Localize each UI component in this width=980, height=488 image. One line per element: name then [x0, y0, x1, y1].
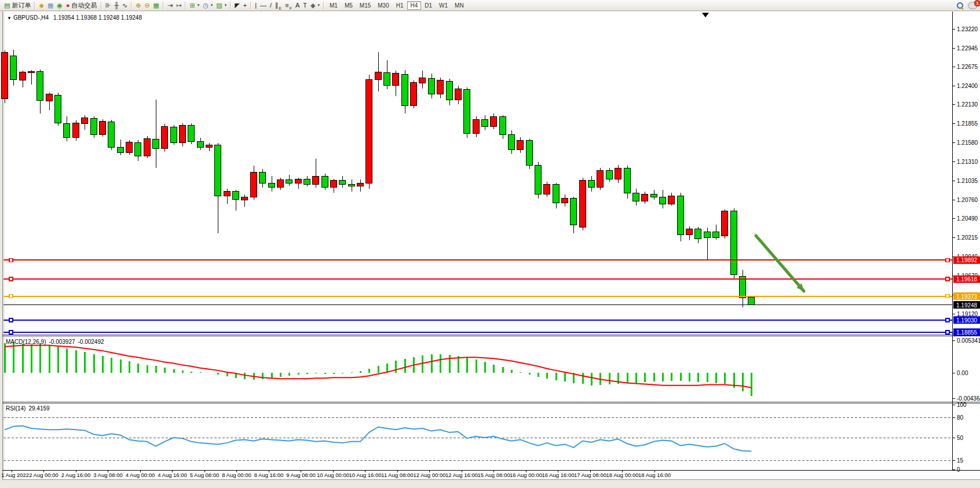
svg-text:1.18855: 1.18855 — [956, 329, 978, 336]
svg-text:8 Aug 00:00: 8 Aug 00:00 — [222, 472, 251, 478]
periods-button[interactable]: ◷▾ — [201, 1, 214, 10]
svg-text:2 Aug 00:00: 2 Aug 00:00 — [29, 472, 58, 478]
svg-text:17 Aug 08:00: 17 Aug 08:00 — [574, 472, 606, 478]
timeframe-m1-button[interactable]: M1 — [326, 1, 341, 10]
svg-text:1.21580: 1.21580 — [957, 140, 978, 146]
svg-text:2 Aug 16:00: 2 Aug 16:00 — [61, 472, 91, 478]
candlestick-chart-button[interactable]: ╫ — [112, 1, 120, 10]
horizontal-line-button[interactable]: — — [258, 1, 268, 10]
periods-icon: ◷ — [203, 1, 209, 10]
vertical-line-icon: | — [255, 1, 257, 10]
zoom-in-icon: ⊕ — [136, 1, 141, 10]
timeframe-d1-button[interactable]: D1 — [421, 1, 436, 10]
signals-button[interactable]: ◉ — [55, 1, 64, 10]
toolbar-separator — [34, 2, 35, 9]
tile-windows-button[interactable]: ▦ — [152, 1, 161, 10]
line-chart-button[interactable]: ∿ — [120, 1, 129, 10]
svg-text:1.22675: 1.22675 — [957, 64, 978, 70]
toolbar-separator — [131, 2, 132, 9]
svg-text:10 Aug 00:00: 10 Aug 00:00 — [317, 472, 349, 478]
svg-text:16 Aug 00:00: 16 Aug 00:00 — [510, 472, 542, 478]
svg-text:50: 50 — [957, 435, 964, 441]
svg-text:15: 15 — [957, 457, 964, 464]
timeframe-h1-button[interactable]: H1 — [393, 1, 407, 10]
auto-scroll-icon: ⇥ — [167, 1, 173, 10]
navigator-button[interactable]: ▦ — [46, 1, 55, 10]
fibonacci-icon: ≡ — [285, 1, 288, 10]
price-label-1.19248: 1.19248 — [953, 301, 980, 309]
svg-text:1.19618: 1.19618 — [956, 276, 978, 282]
autotrading-button[interactable]: ●自动交易 — [64, 1, 99, 10]
equidistant-channel-icon: ∥ — [275, 1, 279, 10]
timeframe-h4-button[interactable]: H4 — [407, 1, 422, 10]
svg-text:16 Aug 16:00: 16 Aug 16:00 — [542, 472, 575, 478]
bar-chart-button[interactable]: ⊪ — [104, 1, 113, 10]
svg-text:1.22130: 1.22130 — [957, 101, 978, 108]
price-label-1.19892: 1.19892 — [953, 256, 980, 264]
autotrading-icon: ● — [66, 1, 70, 10]
indicators-button[interactable]: ⊞▾ — [188, 1, 201, 10]
bar-chart-icon: ⊪ — [105, 1, 111, 10]
toolbar-separator — [250, 2, 251, 9]
mt4-window: ▤新订单◆▦◉●自动交易⊪╫∿⊕⊖▦⇥↦⊞▾◷▾▨▾◤+|—/∥E≡FAT◆▾M… — [0, 0, 980, 488]
chat-icon[interactable]: 1 — [968, 2, 978, 9]
svg-text:5 Aug 08:00: 5 Aug 08:00 — [190, 472, 220, 478]
timeframe-m5-button[interactable]: M5 — [341, 1, 356, 10]
zoom-out-icon: ⊖ — [144, 1, 149, 10]
autotrading-button-label: 自动交易 — [72, 1, 97, 10]
candlestick-chart-icon: ╫ — [114, 1, 119, 10]
timeframe-m15-button[interactable]: M15 — [356, 1, 374, 10]
templates-icon: ▨ — [216, 1, 222, 10]
search-icon[interactable] — [957, 2, 963, 9]
zoom-in-button[interactable]: ⊕ — [134, 1, 142, 10]
svg-text:15 Aug 08:00: 15 Aug 08:00 — [478, 472, 510, 478]
svg-text:4 Aug 00:00: 4 Aug 00:00 — [126, 472, 155, 478]
chart-shift-icon: ↦ — [176, 1, 181, 10]
horizontal-line-icon: — — [260, 1, 266, 10]
price-label-1.19030: 1.19030 — [953, 316, 980, 324]
toolbar-right-group: 1 — [957, 1, 978, 10]
text-label-button[interactable]: T — [301, 1, 309, 10]
trendline-button[interactable]: / — [268, 1, 273, 10]
svg-text:1.20215: 1.20215 — [957, 234, 978, 241]
svg-text:1.19030: 1.19030 — [956, 317, 978, 324]
price-label-1.18855: 1.18855 — [953, 328, 980, 336]
svg-text:1.22400: 1.22400 — [957, 83, 978, 89]
svg-text:3 Aug 08:00: 3 Aug 08:00 — [93, 472, 123, 478]
svg-text:1.19373: 1.19373 — [956, 293, 978, 300]
crosshair-button[interactable]: + — [242, 1, 248, 10]
svg-text:12 Aug 16:00: 12 Aug 16:00 — [445, 472, 478, 478]
timeframe-w1-button[interactable]: W1 — [436, 1, 451, 10]
new-order-button[interactable]: ▤新订单 — [2, 1, 32, 10]
main-toolbar: ▤新订单◆▦◉●自动交易⊪╫∿⊕⊖▦⇥↦⊞▾◷▾▨▾◤+|—/∥E≡FAT◆▾M… — [0, 0, 980, 11]
cursor-button[interactable]: ◤ — [233, 1, 241, 10]
zoom-out-button[interactable]: ⊖ — [142, 1, 151, 10]
svg-text:8 Aug 16:00: 8 Aug 16:00 — [254, 472, 284, 478]
svg-text:9 Aug 08:00: 9 Aug 08:00 — [286, 472, 316, 478]
text-button[interactable]: A — [294, 1, 301, 10]
price-label-1.19618: 1.19618 — [953, 276, 980, 283]
svg-text:1.20760: 1.20760 — [957, 197, 978, 203]
auto-scroll-button[interactable]: ⇥ — [166, 1, 174, 10]
fibonacci-button[interactable]: ≡F — [283, 1, 294, 10]
trendline-icon: / — [270, 1, 272, 10]
arrows-button[interactable]: ◆▾ — [309, 1, 321, 10]
svg-text:1.21035: 1.21035 — [957, 178, 978, 184]
vertical-line-button[interactable]: | — [253, 1, 258, 10]
chart-canvas[interactable]: 1.232201.229451.226751.224001.221301.218… — [0, 0, 980, 488]
svg-text:1.23220: 1.23220 — [957, 26, 978, 32]
svg-text:80: 80 — [957, 414, 964, 421]
market-watch-button[interactable]: ◆ — [37, 1, 45, 10]
timeframe-m30-button[interactable]: M30 — [374, 1, 392, 10]
chart-shift-button[interactable]: ↦ — [174, 1, 183, 10]
svg-text:1 Aug 2022: 1 Aug 2022 — [1, 472, 29, 478]
time-axis: 1 Aug 20222 Aug 00:002 Aug 16:003 Aug 08… — [1, 471, 671, 478]
equidistant-channel-button[interactable]: ∥E — [273, 1, 283, 10]
toolbar-separator — [163, 2, 164, 9]
timeframe-mn-button[interactable]: MN — [451, 1, 467, 10]
price-label-1.19373: 1.19373 — [953, 292, 980, 300]
signals-icon: ◉ — [57, 1, 63, 10]
toolbar-separator — [185, 2, 186, 9]
svg-text:18 Aug 16:00: 18 Aug 16:00 — [638, 472, 671, 478]
templates-button[interactable]: ▨▾ — [214, 1, 228, 10]
